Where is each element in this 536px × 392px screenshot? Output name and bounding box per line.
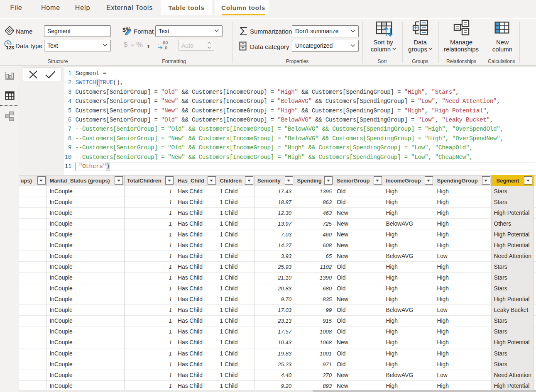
svg-text:.0: .0	[164, 45, 167, 50]
svg-text:.00: .00	[162, 40, 168, 45]
svg-text:123: 123	[6, 45, 14, 50]
svg-text:$: $	[122, 27, 126, 33]
